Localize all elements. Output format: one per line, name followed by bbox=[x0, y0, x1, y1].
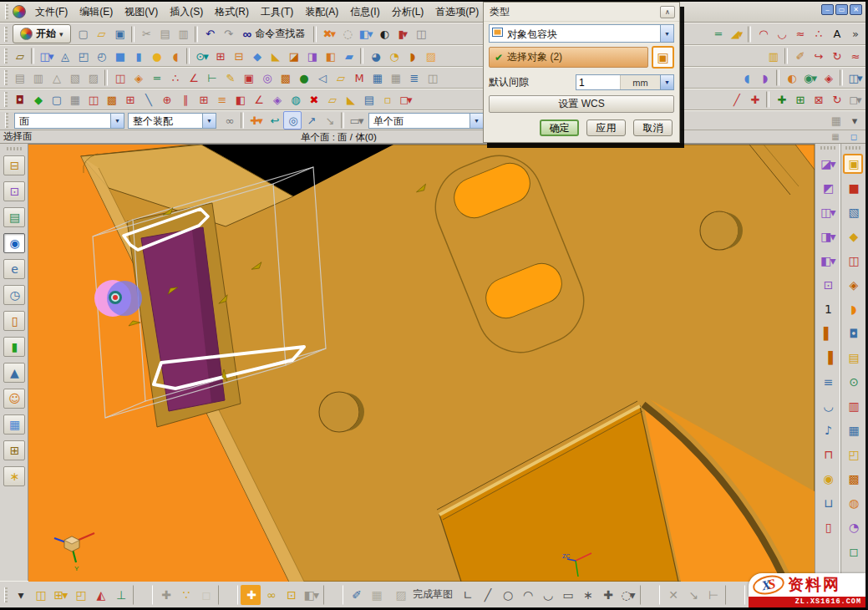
group-face-icon[interactable]: ≡ bbox=[212, 90, 231, 109]
text-tool-icon[interactable]: A bbox=[827, 25, 845, 43]
extrude-tool-icon[interactable]: ◰ bbox=[843, 445, 863, 465]
scope-dropdown[interactable]: 整个装配 ▼ bbox=[128, 113, 216, 129]
face-rule-dropdown[interactable]: 单个面 ▼ bbox=[368, 113, 484, 129]
bounding-body-icon[interactable]: ▣ bbox=[843, 154, 863, 174]
boss-icon[interactable]: ⊞ bbox=[211, 47, 229, 65]
through-curves-icon[interactable]: ◐ bbox=[782, 69, 800, 87]
edit-feature-icon[interactable]: ▤ bbox=[359, 90, 378, 109]
sheet-body-icon[interactable]: ◧ bbox=[321, 47, 339, 65]
toolbar-grip[interactable] bbox=[5, 113, 8, 128]
datum-plane-icon[interactable]: ◫▾ bbox=[37, 47, 55, 65]
slope-analysis-icon[interactable]: ◁ bbox=[312, 69, 331, 87]
check-wall-icon[interactable]: ⊙ bbox=[843, 372, 863, 392]
erase-display-icon[interactable]: ◌ bbox=[338, 25, 356, 43]
grid-part-icon[interactable]: ▦ bbox=[843, 420, 863, 440]
part-navigator-tab[interactable]: ▤ bbox=[3, 207, 25, 227]
quick-trim-icon[interactable]: ✕ bbox=[662, 585, 683, 605]
edge-blend-icon[interactable]: ◕ bbox=[366, 47, 384, 65]
restore-button[interactable]: ▭ bbox=[835, 4, 848, 15]
coil-icon[interactable]: ◍ bbox=[843, 493, 863, 513]
tile-windows-icon[interactable]: ▦ bbox=[826, 111, 845, 130]
grid-icon[interactable]: ▦ bbox=[386, 69, 404, 87]
swept-icon[interactable]: ◖ bbox=[737, 69, 755, 87]
annotate-icon[interactable]: ✎ bbox=[221, 69, 239, 87]
sheet-metal-icon[interactable]: ✐ bbox=[790, 47, 809, 65]
quarter-icon[interactable]: ◔ bbox=[843, 517, 863, 537]
resize-face-icon[interactable]: ◫ bbox=[84, 90, 102, 109]
unite-icon[interactable]: ◖ bbox=[165, 47, 184, 65]
start-button[interactable]: 开始 ▾ bbox=[13, 24, 71, 43]
image-disabled-icon[interactable]: ▦ bbox=[366, 585, 386, 605]
node-icon[interactable]: ◻ bbox=[195, 585, 216, 605]
assembly-constraint-icon[interactable]: ⊥ bbox=[110, 585, 130, 605]
parting-icon[interactable]: ▧ bbox=[843, 202, 863, 222]
paste-icon[interactable]: ▥ bbox=[174, 25, 192, 43]
gap-spinner-button[interactable]: ▼ bbox=[660, 75, 673, 89]
sketch-in-task-icon[interactable]: ✐ bbox=[346, 585, 366, 605]
gap-value-input[interactable] bbox=[576, 75, 620, 89]
pad-icon[interactable]: ◆ bbox=[247, 47, 266, 65]
contour-flange-icon[interactable]: ≈ bbox=[845, 47, 864, 65]
offset-curve-icon[interactable]: ◌▾ bbox=[617, 585, 637, 605]
synchronous-cube-icon[interactable]: ◨▾ bbox=[818, 226, 838, 247]
menu-item[interactable]: 工具(T) bbox=[255, 3, 299, 21]
type-filter-dropdown[interactable]: 面 ▼ bbox=[14, 113, 124, 129]
polygon-icon[interactable]: ∗ bbox=[577, 585, 597, 605]
electrode-icon[interactable]: ◘ bbox=[843, 323, 863, 343]
toolbar-grip[interactable] bbox=[7, 147, 22, 150]
spline-icon[interactable]: ≈ bbox=[790, 25, 809, 43]
studio-surface-icon[interactable]: ◉▾ bbox=[800, 69, 819, 87]
new-palette-tab[interactable]: ∗ bbox=[3, 466, 25, 486]
minimize-button[interactable]: – bbox=[821, 4, 834, 15]
linear-dim-icon[interactable]: ╲ bbox=[139, 90, 157, 109]
menu-item[interactable]: 编辑(E) bbox=[74, 3, 119, 21]
face-analysis-icon[interactable]: ▱ bbox=[331, 69, 349, 87]
draft-icon[interactable]: ◣ bbox=[266, 47, 284, 65]
undo-icon[interactable]: ↶ bbox=[201, 25, 219, 43]
snap-point-icon[interactable]: ✚▾ bbox=[246, 111, 265, 130]
hole-middle[interactable] bbox=[319, 392, 364, 432]
measure-points-icon[interactable]: ∴ bbox=[165, 69, 184, 87]
sketch-constraint-icon[interactable]: ▌ bbox=[818, 323, 838, 343]
toolbar-grip[interactable] bbox=[820, 146, 835, 150]
pocket-icon[interactable]: ⊟ bbox=[229, 47, 247, 65]
collapse-section-button[interactable]: ∧ bbox=[660, 6, 675, 18]
crosshair-icon[interactable]: ✚ bbox=[745, 90, 764, 109]
x-form-icon[interactable]: ◈ bbox=[267, 90, 286, 109]
drafting-gray-icon[interactable]: ▨ bbox=[84, 69, 102, 87]
gray-cube-icon[interactable]: ◧▾ bbox=[301, 585, 321, 605]
set-wcs-button[interactable]: 设置 WCS bbox=[489, 95, 674, 113]
toolbar-grip[interactable] bbox=[4, 27, 8, 42]
true-shading-icon[interactable]: ▮▾ bbox=[393, 25, 411, 43]
redo-icon[interactable]: ↷ bbox=[219, 25, 237, 43]
wallet-icon[interactable]: ▥ bbox=[764, 47, 782, 65]
toolbar-grip[interactable] bbox=[4, 92, 8, 107]
pattern-face-icon[interactable]: ▩ bbox=[102, 90, 120, 109]
bend-icon[interactable]: ↪ bbox=[809, 47, 827, 65]
edit-section-icon[interactable]: ∠ bbox=[249, 90, 267, 109]
sketch-arc-icon[interactable]: ◡ bbox=[818, 396, 838, 416]
materials-tab[interactable]: ▮ bbox=[3, 337, 25, 357]
i-form-icon[interactable]: ◍ bbox=[286, 90, 304, 109]
assembly-navigator-tab[interactable]: ⊟ bbox=[3, 155, 25, 175]
block-icon[interactable]: ■ bbox=[110, 47, 129, 65]
extrude-icon[interactable]: ◰ bbox=[74, 47, 92, 65]
lasso-select-icon[interactable]: ▭▾ bbox=[347, 111, 365, 130]
copy-face-icon[interactable]: ⊞ bbox=[120, 90, 139, 109]
menu-item[interactable]: 文件(F) bbox=[29, 3, 74, 21]
apply-button[interactable]: 应用 bbox=[586, 119, 626, 136]
explode-icon[interactable]: ∵ bbox=[175, 585, 195, 605]
fit-view-icon[interactable]: ◻ bbox=[844, 131, 862, 143]
line-icon[interactable]: ╱ bbox=[477, 585, 497, 605]
curve-analysis-icon[interactable]: ▩ bbox=[276, 69, 294, 87]
shell-icon[interactable]: ◗ bbox=[403, 47, 421, 65]
grid-snapshot-icon[interactable]: ▦ bbox=[825, 131, 844, 143]
dropdown-arrow-icon[interactable]: ▼ bbox=[202, 114, 216, 128]
roles-tab[interactable]: ☺ bbox=[3, 389, 25, 409]
playback-icon[interactable]: ◻▾ bbox=[396, 90, 414, 109]
drafting-gray-icon[interactable]: ▧ bbox=[65, 69, 84, 87]
palette-tab[interactable]: ▯ bbox=[3, 311, 25, 331]
deviation-icon[interactable]: ⊢ bbox=[202, 69, 221, 87]
process-tab[interactable]: ▲ bbox=[3, 363, 25, 383]
cylinder-icon[interactable]: ▮ bbox=[129, 47, 147, 65]
